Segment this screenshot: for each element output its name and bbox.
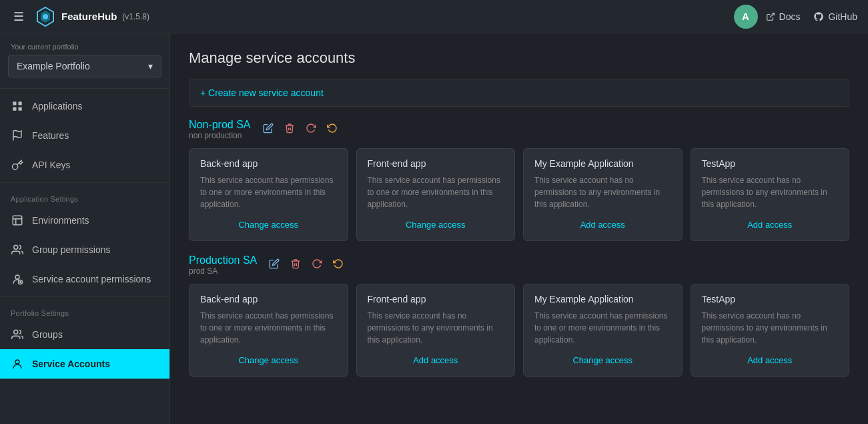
- refresh-sa-button[interactable]: [303, 122, 319, 138]
- portfolio-settings-section: Portfolio Settings: [0, 300, 169, 320]
- sa-actions: [266, 257, 346, 273]
- app-card: TestAppThis service account has no permi…: [691, 284, 850, 377]
- sidebar-item-service-accounts[interactable]: Service Accounts: [0, 349, 169, 379]
- edit-sa-button[interactable]: [260, 122, 276, 138]
- add-access-button[interactable]: Add access: [702, 355, 839, 365]
- svg-point-9: [13, 164, 18, 170]
- app-card-desc: This service account has permissions to …: [200, 310, 337, 346]
- add-access-button[interactable]: Add access: [368, 355, 504, 365]
- service-accounts-icon: [11, 357, 24, 371]
- topnav: ☰ FeatureHub (v1.5.8) A Docs GitHub: [0, 0, 868, 33]
- applications-label: Applications: [32, 101, 83, 112]
- sidebar-item-environments[interactable]: Environments: [0, 206, 169, 235]
- svg-point-19: [15, 360, 19, 364]
- groups-icon: [11, 328, 24, 341]
- sidebar-item-group-permissions[interactable]: Group permissions: [0, 235, 169, 264]
- github-link[interactable]: GitHub: [813, 11, 857, 22]
- app-card-desc: This service account has no permissions …: [534, 174, 671, 210]
- app-card: Front-end appThis service account has pe…: [356, 148, 516, 241]
- sa-sub: prod SA: [189, 266, 257, 276]
- copy-sa-button[interactable]: [324, 122, 340, 138]
- sidebar-item-groups[interactable]: Groups: [0, 320, 169, 349]
- portfolio-label: Your current portfolio: [0, 33, 169, 55]
- edit-sa-button[interactable]: [266, 257, 282, 273]
- app-card-desc: This service account has permissions to …: [200, 174, 337, 210]
- group-permissions-label: Group permissions: [32, 244, 111, 255]
- menu-button[interactable]: ☰: [11, 8, 27, 25]
- sidebar-item-features[interactable]: Features: [0, 121, 169, 150]
- app-card-desc: This service account has permissions to …: [368, 174, 504, 210]
- change-access-button[interactable]: Change access: [200, 355, 337, 365]
- sa-header-1: Production SAprod SA: [189, 254, 849, 276]
- app-card: Back-end appThis service account has per…: [189, 148, 348, 241]
- sa-actions: [260, 122, 340, 138]
- change-access-button[interactable]: Change access: [534, 355, 671, 365]
- svg-rect-5: [19, 101, 22, 105]
- sa-name: Production SA: [189, 254, 257, 266]
- delete-sa-button[interactable]: [282, 122, 298, 138]
- environments-label: Environments: [32, 215, 89, 226]
- sa-perm-icon: [11, 272, 24, 286]
- app-card: Front-end appThis service account has no…: [356, 284, 516, 377]
- apps-icon: [11, 99, 24, 113]
- svg-rect-6: [13, 108, 16, 111]
- groups-label: Groups: [32, 329, 63, 340]
- app-card-name: TestApp: [702, 294, 839, 304]
- portfolio-select[interactable]: Example Portfolio ▾: [8, 55, 161, 77]
- sidebar-item-sa-permissions[interactable]: Service account permissions: [0, 264, 169, 294]
- svg-line-3: [769, 13, 773, 17]
- app-settings-section: Application Settings: [0, 186, 169, 206]
- app-card-desc: This service account has no permissions …: [702, 174, 839, 210]
- app-card-desc: This service account has permissions to …: [534, 310, 671, 346]
- version-text: (v1.5.8): [122, 12, 149, 21]
- refresh-sa-button[interactable]: [309, 257, 325, 273]
- sidebar-item-applications[interactable]: Applications: [0, 91, 169, 121]
- logo-icon: [35, 6, 56, 27]
- app-card-desc: This service account has no permissions …: [702, 310, 839, 346]
- sa-section-0: Non-prod SAnon productionBack-end appThi…: [189, 119, 849, 241]
- api-keys-label: API Keys: [32, 160, 71, 170]
- flag-icon: [11, 129, 24, 142]
- app-card-name: Front-end app: [368, 158, 504, 169]
- app-card: Back-end appThis service account has per…: [189, 284, 348, 377]
- change-access-button[interactable]: Change access: [200, 220, 337, 230]
- sidebar: Your current portfolio Example Portfolio…: [0, 33, 170, 424]
- delete-sa-button[interactable]: [288, 257, 304, 273]
- user-avatar[interactable]: A: [734, 5, 758, 29]
- app-card-name: Back-end app: [200, 294, 337, 304]
- app-card: My Example ApplicationThis service accou…: [523, 284, 683, 377]
- add-access-button[interactable]: Add access: [534, 220, 671, 230]
- app-card: TestAppThis service account has no permi…: [691, 148, 850, 241]
- create-sa-link[interactable]: + Create new service account: [200, 87, 838, 98]
- app-card-name: Back-end app: [200, 158, 337, 169]
- page-title: Manage service accounts: [189, 49, 849, 67]
- main-content: Manage service accounts + Create new ser…: [170, 33, 868, 424]
- app-card-name: Front-end app: [368, 294, 504, 304]
- app-card-name: My Example Application: [534, 294, 671, 304]
- external-link-icon: [766, 12, 775, 21]
- service-accounts-label: Service Accounts: [32, 359, 110, 369]
- key-icon: [11, 158, 24, 172]
- svg-rect-4: [13, 101, 16, 105]
- change-access-button[interactable]: Change access: [368, 220, 504, 230]
- svg-point-13: [14, 245, 18, 249]
- sa-header-0: Non-prod SAnon production: [189, 119, 849, 140]
- group-icon: [11, 243, 24, 256]
- create-bar: + Create new service account: [189, 79, 849, 107]
- features-label: Features: [32, 130, 69, 141]
- copy-sa-button[interactable]: [330, 257, 346, 273]
- sa-sub: non production: [189, 131, 251, 140]
- app-cards-grid: Back-end appThis service account has per…: [189, 284, 849, 377]
- app-card-desc: This service account has no permissions …: [368, 310, 504, 346]
- app-card: My Example ApplicationThis service accou…: [523, 148, 683, 241]
- github-icon: [813, 11, 824, 22]
- add-access-button[interactable]: Add access: [702, 220, 839, 230]
- svg-rect-7: [19, 108, 22, 111]
- sa-name: Non-prod SA: [189, 119, 251, 131]
- sidebar-item-api-keys[interactable]: API Keys: [0, 150, 169, 180]
- svg-point-18: [14, 330, 18, 334]
- svg-rect-10: [13, 216, 22, 225]
- app-card-name: My Example Application: [534, 158, 671, 169]
- docs-link[interactable]: Docs: [766, 11, 801, 22]
- svg-point-14: [15, 275, 19, 279]
